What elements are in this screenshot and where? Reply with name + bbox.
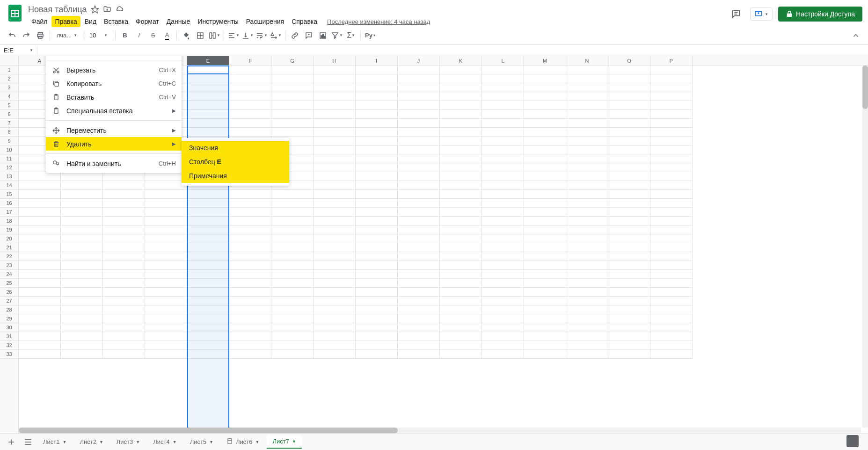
column-header-G[interactable]: G <box>271 56 314 65</box>
name-box[interactable]: E:E▼ <box>0 46 37 55</box>
merge-cells-icon[interactable]: ▼ <box>208 29 221 42</box>
undo-icon[interactable] <box>6 29 19 42</box>
row-header[interactable]: 13 <box>0 172 18 181</box>
row-header[interactable]: 15 <box>0 190 18 199</box>
cloud-status-icon[interactable] <box>115 5 124 14</box>
comment-icon[interactable] <box>302 29 315 42</box>
menu-tools[interactable]: Инструменты <box>194 16 241 27</box>
borders-icon[interactable] <box>194 29 207 42</box>
row-header[interactable]: 6 <box>0 110 18 119</box>
menu-paste[interactable]: Вставить Ctrl+V <box>46 90 182 104</box>
row-header[interactable]: 4 <box>0 92 18 101</box>
row-header[interactable]: 8 <box>0 128 18 137</box>
submenu-delete-notes[interactable]: Примечания <box>182 169 289 183</box>
column-header-L[interactable]: L <box>482 56 524 65</box>
menu-cut[interactable]: Вырезать Ctrl+X <box>46 63 182 77</box>
bold-icon[interactable]: B <box>118 29 131 42</box>
row-header[interactable]: 9 <box>0 137 18 145</box>
collapse-toolbar-icon[interactable] <box>849 29 862 42</box>
row-header[interactable]: 14 <box>0 181 18 190</box>
row-header[interactable]: 11 <box>0 154 18 163</box>
row-header[interactable]: 22 <box>0 252 18 261</box>
font-size-input[interactable]: 10 <box>87 32 98 39</box>
menu-move[interactable]: Переместить ▶ <box>46 123 182 137</box>
link-icon[interactable] <box>288 29 301 42</box>
last-edit-link[interactable]: Последнее изменение: 4 часа назад <box>327 18 430 25</box>
menu-insert[interactable]: Вставка <box>101 16 131 27</box>
row-header[interactable]: 19 <box>0 225 18 234</box>
row-header[interactable]: 7 <box>0 119 18 128</box>
document-title[interactable]: Новая таблица <box>28 5 87 15</box>
functions-icon[interactable]: Σ▼ <box>344 29 357 42</box>
row-header[interactable]: 29 <box>0 314 18 323</box>
vertical-scrollbar[interactable] <box>862 65 868 428</box>
horizontal-scrollbar[interactable] <box>19 428 861 433</box>
row-header[interactable]: 31 <box>0 332 18 341</box>
menu-file[interactable]: Файл <box>28 16 51 27</box>
text-wrap-icon[interactable]: ▼ <box>255 29 268 42</box>
filter-icon[interactable]: ▼ <box>330 29 343 42</box>
row-header[interactable]: 10 <box>0 145 18 154</box>
menu-view[interactable]: Вид <box>81 16 100 27</box>
horiz-align-icon[interactable]: ▼ <box>227 29 240 42</box>
text-rotation-icon[interactable]: ▼ <box>269 29 282 42</box>
strikethrough-icon[interactable]: S <box>146 29 160 42</box>
row-header[interactable]: 33 <box>0 350 18 359</box>
submenu-delete-values[interactable]: Значения <box>182 141 289 155</box>
text-color-icon[interactable]: A <box>160 29 174 42</box>
column-header-K[interactable]: K <box>440 56 482 65</box>
menu-extensions[interactable]: Расширения <box>243 16 287 27</box>
menu-paste-special[interactable]: Специальная вставка ▶ <box>46 104 182 117</box>
row-header[interactable]: 18 <box>0 217 18 225</box>
menu-delete[interactable]: Удалить ▶ <box>46 137 182 151</box>
menu-edit[interactable]: Правка <box>51 16 80 27</box>
column-header-F[interactable]: F <box>229 56 271 65</box>
comments-icon[interactable] <box>728 6 744 22</box>
column-header-O[interactable]: O <box>608 56 650 65</box>
chart-icon[interactable] <box>316 29 329 42</box>
move-folder-icon[interactable] <box>103 5 111 14</box>
row-header[interactable]: 32 <box>0 341 18 350</box>
menu-find-replace[interactable]: Найти и заменить Ctrl+H <box>46 157 182 170</box>
sheets-logo[interactable] <box>6 4 24 22</box>
redo-icon[interactable] <box>20 29 33 42</box>
row-header[interactable]: 16 <box>0 199 18 208</box>
column-header-E[interactable]: E <box>187 56 229 65</box>
column-header-P[interactable]: P <box>650 56 693 65</box>
row-header[interactable]: 12 <box>0 163 18 172</box>
row-header[interactable]: 20 <box>0 234 18 243</box>
row-header[interactable]: 26 <box>0 288 18 297</box>
italic-icon[interactable]: I <box>132 29 146 42</box>
row-header[interactable]: 25 <box>0 279 18 288</box>
share-button[interactable]: Настройки Доступа <box>778 7 862 22</box>
row-header[interactable]: 28 <box>0 305 18 314</box>
print-icon[interactable] <box>34 29 47 42</box>
input-tools-icon[interactable]: Ру▾ <box>364 29 377 42</box>
row-header[interactable]: 1 <box>0 65 18 74</box>
vert-align-icon[interactable]: ▼ <box>241 29 254 42</box>
menu-copy[interactable]: Копировать Ctrl+C <box>46 77 182 90</box>
row-header[interactable]: 5 <box>0 101 18 110</box>
row-header[interactable]: 2 <box>0 74 18 83</box>
row-header[interactable]: 3 <box>0 83 18 92</box>
menu-data[interactable]: Данные <box>163 16 194 27</box>
row-header[interactable]: 21 <box>0 243 18 252</box>
column-header-J[interactable]: J <box>398 56 440 65</box>
row-header[interactable]: 24 <box>0 270 18 279</box>
star-icon[interactable] <box>91 5 99 14</box>
menu-redo[interactable]: Повторить Ctrl+Y <box>46 56 182 57</box>
row-header[interactable]: 17 <box>0 208 18 217</box>
column-header-H[interactable]: H <box>314 56 356 65</box>
row-header[interactable]: 30 <box>0 323 18 332</box>
font-selector[interactable]: лча...▼ <box>53 30 81 41</box>
submenu-delete-column[interactable]: Столбец E <box>182 155 289 169</box>
row-header[interactable]: 23 <box>0 261 18 270</box>
fill-color-icon[interactable] <box>180 29 193 42</box>
font-size-dropdown-icon[interactable]: ▼ <box>99 29 112 42</box>
menu-help[interactable]: Справка <box>288 16 321 27</box>
column-header-M[interactable]: M <box>524 56 566 65</box>
column-header-N[interactable]: N <box>566 56 608 65</box>
menu-format[interactable]: Формат <box>132 16 162 27</box>
column-header-I[interactable]: I <box>356 56 398 65</box>
select-all-corner[interactable] <box>0 56 19 65</box>
